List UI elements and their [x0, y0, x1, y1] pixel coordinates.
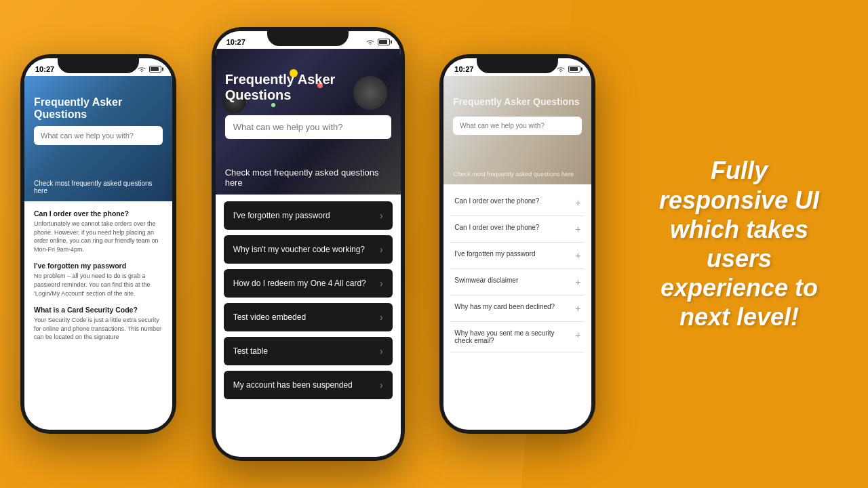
wifi-icon	[137, 66, 146, 73]
banner-subtitle-right: Check most frequently asked questions he…	[453, 171, 582, 178]
plus-item-5[interactable]: Why has my card been declined? +	[450, 296, 585, 322]
plus-item-6[interactable]: Why have you sent me a security check em…	[450, 322, 585, 352]
faq-banner-left: Frequently Asker Questions Check most fr…	[24, 76, 172, 201]
phone-center-inner: 10:27	[216, 31, 401, 457]
plus-label-2: Can I order over the phone?	[454, 224, 539, 231]
status-bar-center: 10:27	[216, 31, 401, 49]
battery-icon-center	[378, 39, 390, 45]
accordion-item-4[interactable]: Test video embeded ›	[224, 303, 393, 331]
faq-text-item-2: I've forgotten my password No problem – …	[34, 262, 163, 298]
faq-banner-right: Frequently Asker Questions Check most fr…	[443, 76, 591, 184]
faq-text-title-2: I've forgotten my password	[34, 262, 163, 270]
banner-subtitle-left: Check most frequently asked questions he…	[34, 180, 163, 195]
banner-title-right: Frequently Asker Questions	[453, 96, 582, 107]
faq-banner-center: Frequently Asker Questions Check most fr…	[216, 49, 401, 195]
accordion-label-3: How do I redeem my One 4 All card?	[233, 279, 366, 288]
faq-text-body-2: No problem – all you need to do is grab …	[34, 272, 163, 298]
banner-title-center: Frequently Asker Questions	[225, 72, 391, 103]
wifi-icon-center	[366, 39, 375, 45]
plus-icon-4: +	[575, 277, 580, 287]
chevron-icon-6: ›	[380, 380, 383, 390]
status-icons-right	[556, 66, 580, 73]
phone-right-inner: 10:27 Frequently A	[443, 58, 591, 430]
chevron-icon-5: ›	[380, 346, 383, 357]
plus-icon-6: +	[575, 329, 580, 340]
plus-item-2[interactable]: Can I order over the phone? +	[450, 216, 585, 243]
time-center: 10:27	[226, 38, 245, 46]
faq-text-list-left: Can I order over the phone? Unfortunatel…	[24, 201, 172, 358]
chevron-icon-1: ›	[380, 210, 383, 221]
time-left: 10:27	[35, 65, 54, 73]
page-wrapper: 10:27 Frequently Asker Questions	[0, 0, 868, 488]
phone-right: 10:27 Frequently A	[439, 54, 595, 434]
battery-icon-left	[149, 66, 161, 73]
faq-plus-list-right: Can I order over the phone? + Can I orde…	[443, 184, 591, 358]
accordion-label-5: Test table	[233, 346, 268, 356]
phone-left: 10:27 Frequently Asker Questions	[20, 54, 176, 434]
banner-content-left: Frequently Asker Questions	[24, 76, 172, 152]
phone-left-inner: 10:27 Frequently Asker Questions	[24, 58, 172, 430]
plus-label-4: Swimwear disclaimer	[454, 277, 518, 284]
accordion-item-5[interactable]: Test table ›	[224, 337, 393, 365]
wifi-icon-right	[556, 66, 566, 73]
plus-label-3: I've forgotten my password	[454, 250, 535, 258]
plus-icon-5: +	[575, 303, 580, 314]
faq-text-title-1: Can I order over the phone?	[34, 209, 163, 218]
faq-text-title-3: What is a Card Security Code?	[34, 306, 163, 314]
promo-section: Fully responsive UI which takes users ex…	[631, 142, 848, 345]
accordion-label-4: Test video embeded	[233, 312, 306, 322]
banner-content-center: Frequently Asker Questions	[216, 49, 401, 146]
accordion-item-1[interactable]: I've forgotten my password ›	[224, 201, 393, 230]
search-input-left[interactable]	[34, 126, 163, 145]
faq-accordion-list-center: I've forgotten my password › Why isn't m…	[216, 195, 401, 411]
plus-label-6: Why have you sent me a security check em…	[454, 329, 570, 344]
plus-label-1: Can I order over the phone?	[454, 197, 539, 205]
chevron-icon-4: ›	[380, 312, 383, 323]
plus-label-5: Why has my card been declined?	[454, 303, 555, 310]
faq-text-item-1: Can I order over the phone? Unfortunatel…	[34, 209, 163, 253]
phone-center: 10:27	[212, 27, 405, 461]
accordion-label-2: Why isn't my voucher code working?	[233, 245, 365, 254]
accordion-label-1: I've forgotten my password	[233, 211, 330, 220]
battery-icon-right	[568, 66, 580, 73]
search-input-center[interactable]	[225, 115, 391, 139]
plus-item-4[interactable]: Swimwear disclaimer +	[450, 269, 585, 296]
plus-icon-1: +	[575, 197, 580, 208]
time-right: 10:27	[454, 65, 473, 73]
status-icons-center	[366, 39, 390, 45]
promo-headline: Fully responsive UI which takes users ex…	[651, 156, 827, 331]
accordion-label-6: My account has been suspended	[233, 380, 353, 390]
plus-item-1[interactable]: Can I order over the phone? +	[450, 190, 585, 216]
chevron-icon-3: ›	[380, 278, 383, 289]
status-bar-right: 10:27	[443, 58, 591, 76]
accordion-item-3[interactable]: How do I redeem my One 4 All card? ›	[224, 269, 393, 298]
plus-icon-2: +	[575, 224, 580, 235]
faq-text-item-3: What is a Card Security Code? Your Secur…	[34, 306, 163, 342]
accordion-item-6[interactable]: My account has been suspended ›	[224, 371, 393, 399]
plus-item-3[interactable]: I've forgotten my password +	[450, 243, 585, 269]
plus-icon-3: +	[575, 250, 580, 261]
banner-subtitle-center: Check most frequently asked questions he…	[225, 167, 391, 188]
banner-title-left: Frequently Asker Questions	[34, 96, 163, 121]
faq-text-body-1: Unfortunately we cannot take orders over…	[34, 220, 163, 253]
status-bar-left: 10:27	[24, 58, 172, 76]
status-icons-left	[137, 66, 161, 73]
chevron-icon-2: ›	[380, 244, 383, 255]
search-input-right[interactable]	[453, 117, 582, 135]
banner-content-right: Frequently Asker Questions	[443, 76, 591, 142]
accordion-item-2[interactable]: Why isn't my voucher code working? ›	[224, 235, 393, 264]
faq-text-body-3: Your Security Code is just a little extr…	[34, 316, 163, 342]
